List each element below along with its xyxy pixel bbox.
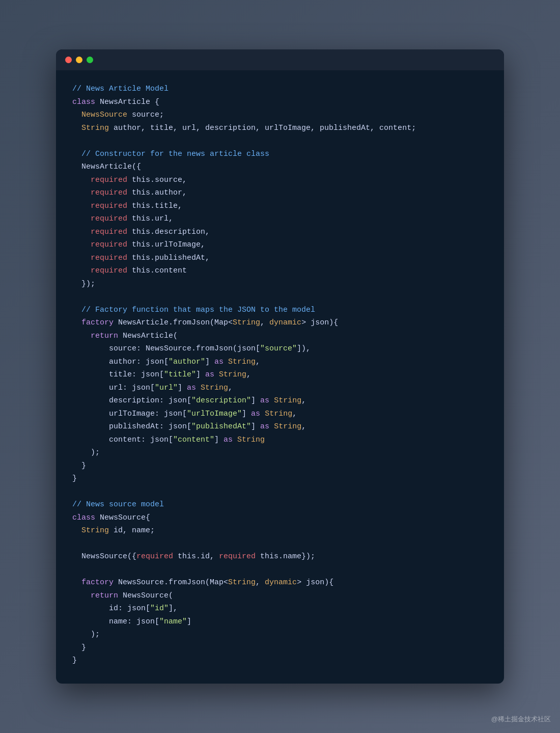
titlebar <box>56 49 504 70</box>
code-window: // News Article Model class NewsArticle … <box>56 49 504 684</box>
type-newssource: NewsSource <box>81 111 127 119</box>
watermark: @稀土掘金技术社区 <box>491 715 551 724</box>
comment-constructor: // Constructor for the news article clas… <box>72 150 269 158</box>
type-string1: String <box>81 124 109 132</box>
close-button[interactable] <box>65 57 72 63</box>
code-editor: // News Article Model class NewsArticle … <box>56 70 504 684</box>
comment-news-source: // News source model <box>72 500 164 509</box>
comment-factory: // Factory function that maps the JSON t… <box>72 306 315 314</box>
comment-news-article: // News Article Model <box>72 85 169 93</box>
maximize-button[interactable] <box>87 57 93 63</box>
minimize-button[interactable] <box>76 57 82 63</box>
keyword-class1: class <box>72 98 95 106</box>
